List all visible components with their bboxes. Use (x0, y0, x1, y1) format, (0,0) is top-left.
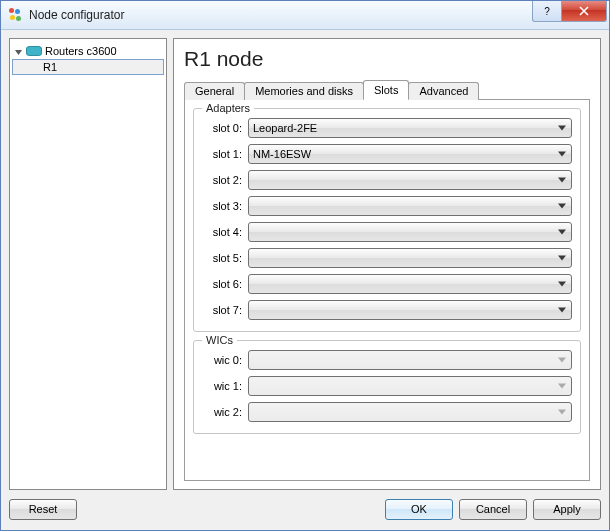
wic-row-2: wic 2: (202, 401, 572, 423)
chevron-down-icon (558, 282, 566, 287)
help-button[interactable]: ? (532, 1, 561, 22)
close-icon (579, 6, 589, 16)
chevron-down-icon (558, 358, 566, 363)
wic-row-1: wic 1: (202, 375, 572, 397)
wic-row-0: wic 0: (202, 349, 572, 371)
reset-button[interactable]: Reset (9, 499, 77, 520)
wic-select-1 (248, 376, 572, 396)
slot-label-6: slot 6: (202, 278, 248, 290)
group-adapters: Adapters slot 0:Leopard-2FEslot 1:NM-16E… (193, 108, 581, 332)
slot-select-3[interactable] (248, 196, 572, 216)
chevron-down-icon (558, 152, 566, 157)
device-tree[interactable]: Routers c3600 R1 (9, 38, 167, 490)
tree-root-label: Routers c3600 (45, 45, 117, 57)
slot-value-0: Leopard-2FE (253, 122, 317, 134)
window-title: Node configurator (29, 8, 532, 22)
tab-memories[interactable]: Memories and disks (244, 82, 364, 100)
slot-select-2[interactable] (248, 170, 572, 190)
wic-select-2 (248, 402, 572, 422)
cancel-button[interactable]: Cancel (459, 499, 527, 520)
page-title: R1 node (184, 47, 590, 70)
help-icon: ? (544, 6, 550, 17)
tab-advanced[interactable]: Advanced (408, 82, 479, 100)
window-body: Routers c3600 R1 R1 node General Memorie… (1, 30, 609, 530)
apply-button[interactable]: Apply (533, 499, 601, 520)
app-icon (7, 7, 23, 23)
content-panel: R1 node General Memories and disks Slots… (173, 38, 601, 490)
slot-value-1: NM-16ESW (253, 148, 311, 160)
slot-select-0[interactable]: Leopard-2FE (248, 118, 572, 138)
slot-label-2: slot 2: (202, 174, 248, 186)
tab-content-slots: Adapters slot 0:Leopard-2FEslot 1:NM-16E… (184, 100, 590, 481)
group-wics: WICs wic 0:wic 1:wic 2: (193, 340, 581, 434)
slot-row-1: slot 1:NM-16ESW (202, 143, 572, 165)
chevron-down-icon (558, 308, 566, 313)
tab-slots[interactable]: Slots (363, 80, 409, 100)
slot-select-5[interactable] (248, 248, 572, 268)
group-adapters-title: Adapters (202, 102, 254, 114)
titlebar: Node configurator ? (1, 1, 609, 30)
tree-root-routers[interactable]: Routers c3600 (12, 43, 164, 59)
chevron-down-icon (558, 126, 566, 131)
slot-label-3: slot 3: (202, 200, 248, 212)
expander-icon[interactable] (14, 47, 23, 56)
slot-row-2: slot 2: (202, 169, 572, 191)
chevron-down-icon (558, 230, 566, 235)
chevron-down-icon (558, 384, 566, 389)
slot-row-0: slot 0:Leopard-2FE (202, 117, 572, 139)
slot-label-4: slot 4: (202, 226, 248, 238)
tree-node-r1[interactable]: R1 (12, 59, 164, 75)
tab-bar: General Memories and disks Slots Advance… (184, 78, 590, 100)
close-button[interactable] (561, 1, 607, 22)
router-icon (26, 46, 42, 56)
chevron-down-icon (558, 178, 566, 183)
chevron-down-icon (558, 204, 566, 209)
group-wics-title: WICs (202, 334, 237, 346)
slot-select-6[interactable] (248, 274, 572, 294)
slot-row-7: slot 7: (202, 299, 572, 321)
window-controls: ? (532, 1, 607, 21)
node-configurator-window: Node configurator ? Routers c3600 (0, 0, 610, 531)
slot-label-7: slot 7: (202, 304, 248, 316)
ok-button[interactable]: OK (385, 499, 453, 520)
tree-child-label: R1 (43, 61, 57, 73)
slot-row-5: slot 5: (202, 247, 572, 269)
slot-label-0: slot 0: (202, 122, 248, 134)
chevron-down-icon (558, 256, 566, 261)
slot-row-6: slot 6: (202, 273, 572, 295)
main-area: Routers c3600 R1 R1 node General Memorie… (9, 38, 601, 490)
chevron-down-icon (558, 410, 566, 415)
tab-general[interactable]: General (184, 82, 245, 100)
slot-label-1: slot 1: (202, 148, 248, 160)
wic-label-0: wic 0: (202, 354, 248, 366)
slot-select-7[interactable] (248, 300, 572, 320)
slot-select-4[interactable] (248, 222, 572, 242)
slot-label-5: slot 5: (202, 252, 248, 264)
slot-select-1[interactable]: NM-16ESW (248, 144, 572, 164)
slot-row-4: slot 4: (202, 221, 572, 243)
dialog-footer: Reset OK Cancel Apply (9, 496, 601, 522)
wic-label-1: wic 1: (202, 380, 248, 392)
wic-label-2: wic 2: (202, 406, 248, 418)
wic-select-0 (248, 350, 572, 370)
slot-row-3: slot 3: (202, 195, 572, 217)
